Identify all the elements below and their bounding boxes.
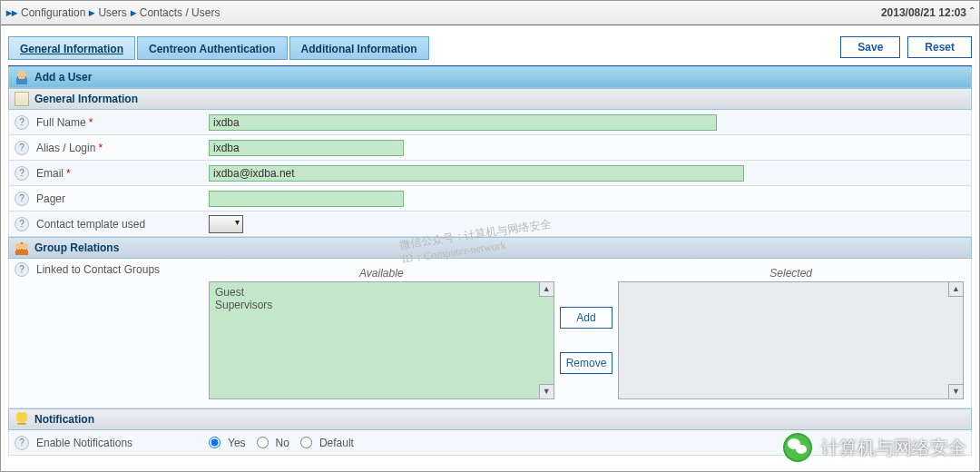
section-general-information: General Information — [8, 88, 972, 110]
help-icon[interactable]: ? — [15, 141, 29, 155]
breadcrumb-root[interactable]: Configuration — [21, 6, 85, 19]
list-item[interactable]: Guest — [215, 286, 539, 299]
page-timestamp: 2013/08/21 12:03ˆ — [881, 6, 974, 19]
scroll-up-icon[interactable]: ▲ — [539, 282, 554, 297]
tab-bar: General Information Centreon Authenticat… — [8, 34, 431, 60]
breadcrumb: ▸▸ Configuration ▸ Users ▸ Contacts / Us… — [1, 1, 979, 25]
alias-login-input[interactable] — [209, 140, 404, 156]
selected-groups-listbox[interactable]: ▲ ▼ — [618, 281, 964, 399]
breadcrumb-arrow-icon: ▸▸ — [6, 6, 17, 19]
label-enable-notifications: Enable Notifications — [36, 437, 132, 449]
chevron-right-icon: ▸ — [89, 6, 94, 19]
pager-input[interactable] — [209, 191, 404, 207]
full-name-input[interactable] — [209, 114, 717, 131]
tab-centreon-authentication[interactable]: Centreon Authentication — [137, 36, 288, 60]
reset-button[interactable]: Reset — [907, 36, 972, 58]
remove-group-button[interactable]: Remove — [560, 352, 613, 374]
group-icon — [15, 241, 29, 255]
radio-default[interactable] — [300, 437, 312, 448]
label-email: Email — [36, 167, 64, 180]
available-header: Available — [209, 265, 554, 281]
radio-no-label: No — [276, 437, 289, 449]
bell-icon — [15, 412, 29, 427]
label-contact-template: Contact template used — [36, 218, 145, 231]
radio-default-label: Default — [319, 437, 354, 449]
email-input[interactable] — [209, 165, 744, 182]
radio-no[interactable] — [257, 437, 269, 448]
help-icon[interactable]: ? — [15, 436, 29, 450]
footer-badge: 计算机与网络安全 — [783, 433, 966, 462]
scroll-down-icon[interactable]: ▼ — [539, 384, 554, 398]
label-alias-login: Alias / Login — [36, 142, 95, 154]
help-icon[interactable]: ? — [15, 192, 29, 206]
label-pager: Pager — [36, 192, 65, 205]
scroll-up-icon[interactable]: ▲ — [948, 282, 963, 297]
label-linked-contact-groups: Linked to Contact Groups — [36, 263, 160, 276]
contact-template-select[interactable] — [209, 215, 243, 233]
user-icon — [15, 70, 29, 84]
help-icon[interactable]: ? — [15, 166, 29, 181]
selected-header: Selected — [618, 265, 964, 281]
tab-additional-information[interactable]: Additional Information — [289, 36, 429, 60]
caret-up-icon[interactable]: ˆ — [970, 6, 974, 19]
panel-title: Add a User — [8, 66, 972, 88]
help-icon[interactable]: ? — [15, 115, 29, 130]
section-notification: Notification — [8, 408, 972, 430]
tab-general-information[interactable]: General Information — [8, 36, 135, 60]
breadcrumb-contacts-users[interactable]: Contacts / Users — [140, 6, 220, 19]
breadcrumb-users[interactable]: Users — [98, 6, 126, 19]
label-full-name: Full Name — [36, 116, 86, 129]
document-icon — [15, 92, 29, 106]
scroll-down-icon[interactable]: ▼ — [948, 384, 963, 398]
add-group-button[interactable]: Add — [560, 307, 613, 329]
wechat-icon — [783, 433, 812, 462]
help-icon[interactable]: ? — [15, 217, 29, 231]
radio-yes-label: Yes — [228, 437, 246, 449]
section-group-relations: Group Relations — [8, 237, 972, 259]
list-item[interactable]: Supervisors — [215, 299, 539, 311]
chevron-right-icon: ▸ — [131, 6, 136, 19]
radio-yes[interactable] — [209, 437, 220, 448]
available-groups-listbox[interactable]: Guest Supervisors ▲ ▼ — [209, 281, 554, 399]
save-button[interactable]: Save — [840, 36, 900, 58]
help-icon[interactable]: ? — [15, 262, 29, 277]
